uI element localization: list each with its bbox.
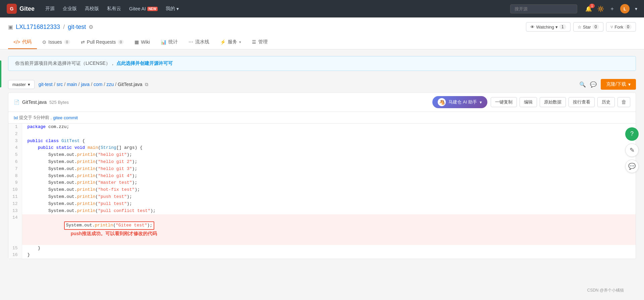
table-row: 16 } [8,252,636,259]
line-code: System.out.println("hello git 3"); [22,166,636,173]
line-code: System.out.println("master test"); [22,179,636,186]
copy-path-icon[interactable]: ⧉ [145,82,148,87]
tab-manage[interactable]: ☰ 管理 [247,36,273,49]
copy-code-btn[interactable]: 一键复制 [491,97,517,107]
line-code: System.out.println("push test"); [22,194,636,201]
blame-btn[interactable]: 按行查看 [569,97,595,107]
code-table: 1 package com.zzu; 2 3 public class GitT… [8,124,636,259]
tab-services-label: 服务 [228,39,237,45]
line-number: 16 [8,252,22,259]
comment-icon[interactable]: 💬 [590,81,597,88]
commit-author-link[interactable]: lxl [14,115,18,120]
issues-icon: ⊙ [42,39,46,45]
watching-btn[interactable]: 👁 Watching ▾ 1 [526,22,570,32]
repo-path: LXL1716812333 / git-test [16,24,86,31]
clone-download-btn[interactable]: 克隆/下载 ▾ [601,79,636,90]
breadcrumb-src[interactable]: src [57,82,63,87]
breadcrumb-sep-1: / [54,82,55,87]
tab-stats[interactable]: 📊 统计 [155,36,183,49]
commit-message-link[interactable]: gitee commit [53,115,78,120]
new-badge: NEW [147,7,158,11]
license-notice-link[interactable]: 点此选择并创建开源许可可 [116,60,173,66]
breadcrumb-sep-4: / [91,82,92,87]
watching-dropdown-icon: ▾ [555,25,558,30]
chat-floating-btn[interactable]: 💬 [625,160,639,173]
line-code: package com.zzu; [22,124,636,131]
navbar-link-university[interactable]: 高校版 [85,6,99,12]
breadcrumb-com[interactable]: com [94,82,102,87]
navbar-brand[interactable]: G Gitee [7,4,35,14]
repo-actions: 👁 Watching ▾ 1 ☆ Star 0 ⑂ Fork 0 [526,22,636,32]
line-code: System.out.println("pull conflict test")… [22,208,636,215]
repo-owner-link[interactable]: LXL1716812333 [16,24,60,30]
tab-services[interactable]: ⚡ 服务 ▾ [215,36,247,49]
navbar-ai-btn[interactable]: Gitee AI NEW [129,6,158,11]
fork-icon: ⑂ [610,25,613,30]
navbar-icons: 🔔 1 🔆 ＋ L ▾ [585,4,637,13]
tab-pr-label: Pull Requests [87,39,116,45]
main-content: 你当前开源项目尚未选择许可证（LICENSE）， 点此选择并创建开源许可可 ma… [0,49,644,266]
line-number: 15 [8,245,22,252]
file-path-right: 🔍 💬 克隆/下载 ▾ [579,79,636,90]
navbar-link-opensource[interactable]: 开源 [45,6,55,12]
table-row: 8 System.out.println("hello git 4"); [8,173,636,180]
star-btn[interactable]: ☆ Star 0 [573,22,604,32]
notification-btn[interactable]: 🔔 1 [585,6,592,12]
line-number: 5 [8,152,22,159]
repo-name-link[interactable]: git-test [68,24,86,30]
table-row: 6 System.out.println("hello git 2"); [8,159,636,166]
edit-floating-icon: ✎ [630,146,635,154]
location-icon-btn[interactable]: 🔆 [597,6,604,12]
line-code [22,131,636,138]
line-code: System.out.println("hot-fix test"); [22,186,636,194]
user-avatar[interactable]: L [620,4,630,13]
repo-type-icon: ▣ [8,24,13,30]
table-row: 9 System.out.println("master test"); [8,179,636,186]
line-number: 13 [8,208,22,215]
license-notice: 你当前开源项目尚未选择许可证（LICENSE）， 点此选择并创建开源许可可 [8,56,636,71]
pr-icon: ⇄ [81,39,85,45]
tab-code-label: 代码 [22,39,32,45]
branch-selector[interactable]: master ▾ [8,80,35,89]
tab-wiki[interactable]: ▦ Wiki [129,36,155,49]
breadcrumb-repo[interactable]: git-test [39,82,53,87]
file-size: 525 Bytes [49,100,69,105]
repo-settings-icon[interactable]: ⚙ [89,24,93,30]
line-number: 12 [8,201,22,208]
table-row: 15 } [8,245,636,252]
navbar-link-private[interactable]: 私有云 [107,6,121,12]
commit-sep: . [51,115,52,120]
navbar-link-enterprise[interactable]: 企业版 [63,6,77,12]
tab-pullrequests[interactable]: ⇄ Pull Requests 0 [75,36,129,49]
edit-file-btn[interactable]: 编辑 [520,97,537,107]
ai-assistant-btn[interactable]: 🐴 马建仓 AI 助手 ▾ [432,96,487,108]
line-number: 1 [8,124,22,131]
breadcrumb-zzu[interactable]: zzu [106,82,114,87]
breadcrumb-main[interactable]: main [67,82,77,87]
history-btn[interactable]: 历史 [597,97,615,107]
ai-dropdown-icon: ▾ [480,100,482,105]
eye-icon: 👁 [530,25,535,30]
stats-icon: 📊 [161,39,166,45]
delete-file-btn[interactable]: 🗑 [618,97,630,107]
line-code-highlighted: System.out.println("Gitee test"); push推送… [22,214,636,245]
edit-floating-btn[interactable]: ✎ [625,143,639,157]
breadcrumb-java[interactable]: java [81,82,90,87]
table-row: 14 System.out.println("Gitee test"); pus… [8,214,636,245]
fork-btn[interactable]: ⑂ Fork 0 [606,22,636,32]
table-row: 7 System.out.println("hello git 3"); [8,166,636,173]
help-btn[interactable]: ? [625,127,639,141]
tab-code[interactable]: </> 代码 [8,36,37,49]
search-file-icon[interactable]: 🔍 [579,81,586,88]
plus-btn[interactable]: ＋ [609,5,615,12]
navbar-my-dropdown[interactable]: 我的 ▾ [166,6,179,12]
line-number: 3 [8,138,22,145]
raw-btn[interactable]: 原始数据 [540,97,566,107]
search-input[interactable] [510,4,577,13]
tab-issues[interactable]: ⊙ Issues 0 [37,36,75,49]
file-viewer: 📄 GitTest.java 525 Bytes 🐴 马建仓 AI 助手 ▾ 一… [8,92,636,259]
commit-info-line: lxl 提交于 5分钟前 . gitee commit [8,112,636,124]
table-row: 12 System.out.println("pull test"); [8,201,636,208]
clone-dropdown-icon: ▾ [628,82,631,87]
tab-pipeline[interactable]: ⋯ 流水线 [183,36,215,49]
